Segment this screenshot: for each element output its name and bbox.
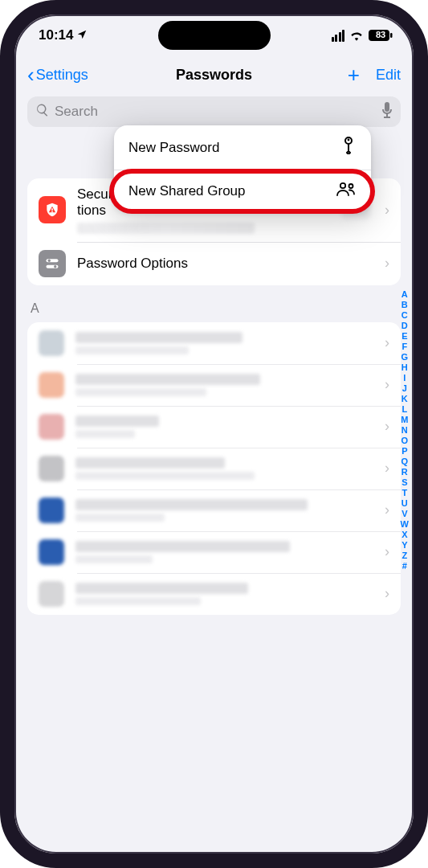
index-letter[interactable]: J <box>401 383 409 393</box>
menu-new-password[interactable]: New Password <box>114 125 371 170</box>
alphabet-index[interactable]: ABCDEFGHIJKLMNOPQRSTUVWXYZ# <box>397 288 412 572</box>
index-letter[interactable]: I <box>401 373 409 383</box>
index-letter[interactable]: V <box>401 509 409 518</box>
nav-bar: ‹ Settings Passwords + Edit <box>14 56 414 93</box>
section-header-a: A <box>31 301 401 316</box>
svg-point-10 <box>340 183 345 188</box>
site-favicon <box>39 456 64 481</box>
password-entry[interactable]: › <box>27 448 401 489</box>
password-entry[interactable]: › <box>27 364 401 406</box>
site-favicon <box>39 581 64 607</box>
location-arrow-icon <box>76 29 88 43</box>
index-letter[interactable]: F <box>401 342 409 351</box>
index-letter[interactable]: L <box>401 404 409 414</box>
password-entry[interactable]: › <box>27 531 401 573</box>
index-letter[interactable]: T <box>401 488 409 497</box>
svg-point-5 <box>48 259 51 261</box>
microphone-icon[interactable] <box>381 102 393 122</box>
shield-warning-icon <box>39 196 66 223</box>
index-letter[interactable]: C <box>401 310 409 320</box>
chevron-right-icon: › <box>385 418 389 435</box>
svg-point-11 <box>349 184 353 188</box>
site-favicon <box>39 372 64 398</box>
add-button[interactable]: + <box>348 63 360 88</box>
index-letter[interactable]: X <box>401 530 409 539</box>
svg-rect-3 <box>51 211 53 213</box>
search-field[interactable]: Search <box>27 96 401 127</box>
password-options-row[interactable]: Password Options › <box>27 242 401 285</box>
chevron-right-icon: › <box>385 585 389 602</box>
password-entry[interactable]: › <box>27 406 401 448</box>
chevron-right-icon: › <box>385 376 389 393</box>
toggles-icon <box>39 250 66 277</box>
index-letter[interactable]: Z <box>401 551 409 560</box>
password-entry[interactable]: › <box>27 489 401 531</box>
battery-icon: 83 <box>369 30 393 41</box>
add-menu: New Password New Shared Group <box>114 125 371 211</box>
index-letter[interactable]: R <box>401 467 409 477</box>
chevron-right-icon: › <box>385 202 389 219</box>
wifi-icon <box>349 30 364 41</box>
index-letter[interactable]: B <box>401 300 409 309</box>
index-letter[interactable]: E <box>401 331 409 341</box>
site-favicon <box>39 414 64 440</box>
site-favicon <box>39 330 64 356</box>
svg-rect-1 <box>390 33 393 38</box>
chevron-right-icon: › <box>385 502 389 518</box>
index-letter[interactable]: # <box>401 561 409 571</box>
back-label: Settings <box>36 67 88 84</box>
index-letter[interactable]: Y <box>401 540 409 550</box>
index-letter[interactable]: H <box>401 362 409 372</box>
search-icon <box>35 103 50 121</box>
svg-rect-2 <box>51 209 53 211</box>
search-placeholder: Search <box>55 104 377 120</box>
password-options-label: Password Options <box>77 255 373 272</box>
chevron-right-icon: › <box>385 255 389 272</box>
battery-percent: 83 <box>373 30 388 39</box>
index-letter[interactable]: G <box>401 352 409 362</box>
back-button[interactable]: ‹ Settings <box>27 63 88 88</box>
menu-new-shared-group-label: New Shared Group <box>128 183 246 199</box>
site-favicon <box>39 497 64 523</box>
svg-point-7 <box>54 265 56 268</box>
dynamic-island <box>158 21 271 50</box>
index-letter[interactable]: D <box>401 321 409 330</box>
key-icon <box>340 137 357 158</box>
index-letter[interactable]: O <box>401 436 409 445</box>
index-letter[interactable]: M <box>401 415 409 424</box>
index-letter[interactable]: P <box>401 446 409 456</box>
password-entry[interactable]: › <box>27 573 401 615</box>
password-list: › › › › › <box>27 322 401 615</box>
edit-button[interactable]: Edit <box>376 67 401 84</box>
index-letter[interactable]: S <box>401 477 409 487</box>
index-letter[interactable]: Q <box>401 457 409 466</box>
svg-point-9 <box>348 139 350 141</box>
password-entry[interactable]: › <box>27 322 401 364</box>
status-time: 10:14 <box>39 27 73 43</box>
index-letter[interactable]: K <box>401 394 409 403</box>
index-letter[interactable]: U <box>401 498 409 508</box>
chevron-left-icon: ‹ <box>27 63 35 88</box>
index-letter[interactable]: N <box>401 425 409 435</box>
index-letter[interactable]: A <box>401 289 409 299</box>
blurred-subtitle <box>77 223 255 234</box>
cellular-signal-icon <box>332 30 345 42</box>
chevron-right-icon: › <box>385 543 389 560</box>
index-letter[interactable]: W <box>401 519 409 529</box>
chevron-right-icon: › <box>385 460 389 477</box>
menu-new-shared-group[interactable]: New Shared Group <box>114 170 371 211</box>
menu-new-password-label: New Password <box>128 140 219 156</box>
site-favicon <box>39 539 64 565</box>
people-icon <box>336 182 357 200</box>
chevron-right-icon: › <box>385 334 389 351</box>
